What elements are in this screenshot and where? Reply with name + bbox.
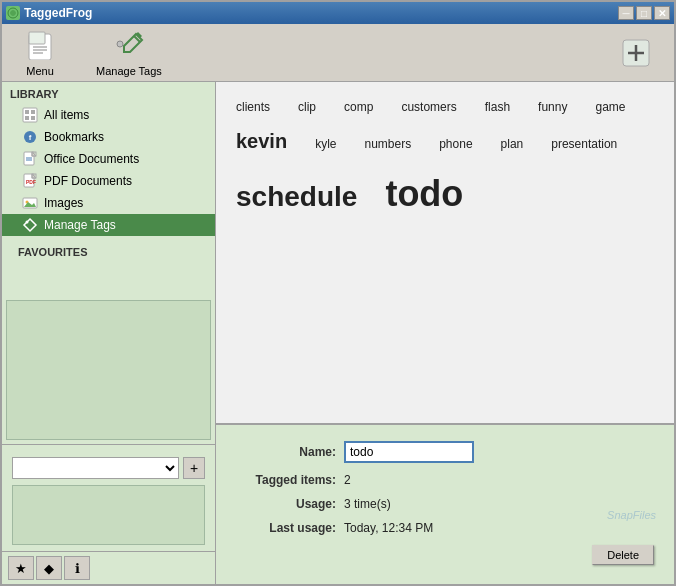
tag-word[interactable]: flash	[485, 98, 510, 117]
pdf-documents-icon: PDF	[22, 173, 38, 189]
last-usage-value: Today, 12:34 PM	[344, 521, 433, 535]
sidebar-dropdown-row: +	[8, 451, 209, 485]
menu-toolbar-item[interactable]: Menu	[10, 25, 70, 81]
toolbar: Menu Manage Tags	[2, 24, 674, 82]
favourites-section-title: FAVOURITES	[10, 240, 207, 262]
svg-point-7	[117, 41, 123, 47]
app-icon	[6, 6, 20, 20]
menu-label: Menu	[26, 65, 54, 77]
detail-usage-row: Usage: 3 time(s)	[236, 497, 654, 511]
sidebar-label-all-items: All items	[44, 108, 89, 122]
manage-tags-toolbar-item[interactable]: Manage Tags	[90, 25, 168, 81]
name-label: Name:	[236, 445, 336, 459]
svg-rect-15	[31, 116, 35, 120]
tag-button[interactable]: ◆	[36, 556, 62, 580]
sidebar-item-office-documents[interactable]: Office Documents	[2, 148, 215, 170]
menu-icon	[24, 29, 56, 61]
svg-text:f: f	[29, 133, 32, 142]
tag-word[interactable]: schedule	[236, 175, 357, 220]
svg-rect-2	[29, 32, 45, 44]
detail-panel: Name: Tagged items: 2 Usage: 3 time(s) L…	[216, 424, 674, 584]
sidebar-item-pdf-documents[interactable]: PDF PDF Documents	[2, 170, 215, 192]
sidebar-item-manage-tags[interactable]: Manage Tags	[2, 214, 215, 236]
detail-name-row: Name:	[236, 441, 654, 463]
add-toolbar-item[interactable]	[606, 33, 666, 73]
tag-word[interactable]: customers	[401, 98, 456, 117]
sidebar-content-area	[12, 485, 205, 545]
sidebar-large-area	[6, 300, 211, 440]
images-icon	[22, 195, 38, 211]
sidebar: LIBRARY All items f	[2, 82, 216, 584]
usage-label: Usage:	[236, 497, 336, 511]
delete-row: Delete	[236, 545, 654, 565]
tag-word[interactable]: clients	[236, 98, 270, 117]
tagged-items-value: 2	[344, 473, 351, 487]
detail-last-usage-row: Last usage: Today, 12:34 PM	[236, 521, 654, 535]
minimize-button[interactable]: ─	[618, 6, 634, 20]
manage-tags-sidebar-icon	[22, 217, 38, 233]
tag-word[interactable]: plan	[501, 135, 524, 154]
sidebar-label-images: Images	[44, 196, 83, 210]
tags-grid: clientsclipcompcustomersflashfunnygameke…	[236, 98, 654, 223]
sidebar-add-button[interactable]: +	[183, 457, 205, 479]
sidebar-bottom: +	[2, 444, 215, 551]
svg-point-27	[26, 221, 29, 224]
usage-value: 3 time(s)	[344, 497, 391, 511]
tag-word[interactable]: kyle	[315, 135, 336, 154]
tag-word[interactable]: funny	[538, 98, 567, 117]
tags-area: clientsclipcompcustomersflashfunnygameke…	[216, 82, 674, 424]
svg-rect-13	[31, 110, 35, 114]
svg-rect-12	[25, 110, 29, 114]
window-title: TaggedFrog	[24, 6, 92, 20]
main-window: TaggedFrog ─ □ ✕ Menu	[0, 0, 676, 586]
detail-tagged-items-row: Tagged items: 2	[236, 473, 654, 487]
tag-word[interactable]: phone	[439, 135, 472, 154]
title-buttons: ─ □ ✕	[618, 6, 670, 20]
add-icon	[620, 37, 652, 69]
manage-tags-icon	[113, 29, 145, 61]
close-button[interactable]: ✕	[654, 6, 670, 20]
title-bar: TaggedFrog ─ □ ✕	[2, 2, 674, 24]
all-items-icon	[22, 107, 38, 123]
sidebar-label-office-documents: Office Documents	[44, 152, 139, 166]
manage-tags-label: Manage Tags	[96, 65, 162, 77]
info-button[interactable]: ℹ	[64, 556, 90, 580]
sidebar-item-bookmarks[interactable]: f Bookmarks	[2, 126, 215, 148]
main-content: LIBRARY All items f	[2, 82, 674, 584]
sidebar-dropdown[interactable]	[12, 457, 179, 479]
title-bar-left: TaggedFrog	[6, 6, 92, 20]
library-section-title: LIBRARY	[2, 82, 215, 104]
tagged-items-label: Tagged items:	[236, 473, 336, 487]
tag-word[interactable]: todo	[385, 165, 463, 223]
sidebar-label-pdf-documents: PDF Documents	[44, 174, 132, 188]
tag-word[interactable]: game	[595, 98, 625, 117]
favourites-area: FAVOURITES	[2, 236, 215, 296]
right-content: clientsclipcompcustomersflashfunnygameke…	[216, 82, 674, 584]
delete-button[interactable]: Delete	[592, 545, 654, 565]
tag-word[interactable]: presentation	[551, 135, 617, 154]
office-documents-icon	[22, 151, 38, 167]
sidebar-item-all-items[interactable]: All items	[2, 104, 215, 126]
tag-word[interactable]: comp	[344, 98, 373, 117]
sidebar-item-images[interactable]: Images	[2, 192, 215, 214]
tag-word[interactable]: numbers	[365, 135, 412, 154]
sidebar-footer: ★ ◆ ℹ	[2, 551, 215, 584]
sidebar-label-manage-tags: Manage Tags	[44, 218, 116, 232]
sidebar-label-bookmarks: Bookmarks	[44, 130, 104, 144]
maximize-button[interactable]: □	[636, 6, 652, 20]
svg-text:PDF: PDF	[26, 179, 36, 185]
tag-word[interactable]: kevin	[236, 125, 287, 157]
svg-rect-14	[25, 116, 29, 120]
star-button[interactable]: ★	[8, 556, 34, 580]
bookmarks-icon: f	[22, 129, 38, 145]
last-usage-label: Last usage:	[236, 521, 336, 535]
name-input[interactable]	[344, 441, 474, 463]
tag-word[interactable]: clip	[298, 98, 316, 117]
